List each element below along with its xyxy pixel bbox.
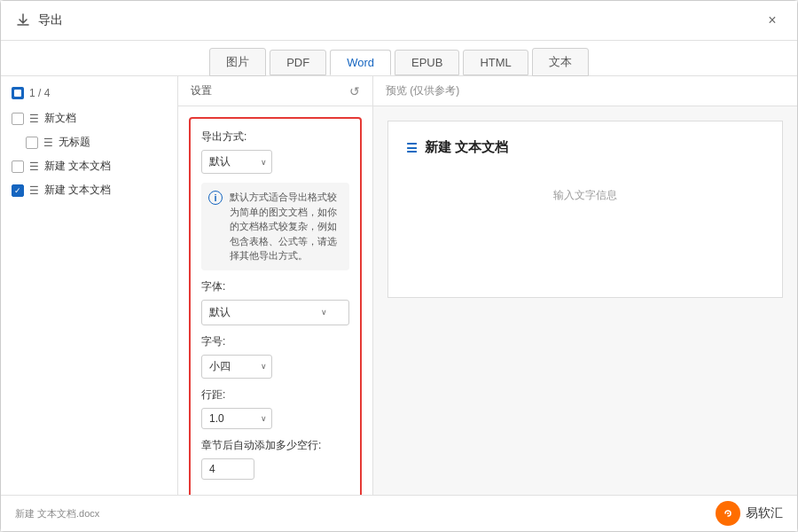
tab-html[interactable]: HTML [463, 50, 528, 75]
doc-icon-2: ☰ [29, 160, 39, 173]
line-spacing-select-wrapper: 1.0 ∨ [201, 408, 272, 429]
export-dialog: 导出 × 图片 PDF Word EPUB HTML 文本 1 / 4 ☰ 新文… [0, 0, 798, 532]
export-mode-arrow: ∨ [261, 158, 267, 167]
count-icon [12, 87, 24, 99]
dialog-title: 导出 [38, 12, 63, 28]
line-spacing-group: 行距: 1.0 ∨ [201, 387, 349, 429]
file-list-panel: 1 / 4 ☰ 新文档 ☰ 无标题 ☰ 新建 文本文档 ☰ 新建 文本文档 [1, 76, 178, 495]
logo-icon [716, 501, 740, 526]
font-group: 字体: 默认 ∨ [201, 279, 349, 325]
font-arrow: ∨ [321, 308, 327, 317]
info-text: 默认方式适合导出格式较为简单的图文文档，如你的文档格式较复杂，例如包含表格、公式… [230, 190, 342, 263]
list-item[interactable]: ☰ 新文档 [1, 106, 177, 130]
list-item[interactable]: ☰ 新建 文本文档 [1, 154, 177, 178]
svg-point-1 [727, 512, 729, 514]
tab-bar: 图片 PDF Word EPUB HTML 文本 [1, 41, 797, 76]
main-content: 1 / 4 ☰ 新文档 ☰ 无标题 ☰ 新建 文本文档 ☰ 新建 文本文档 [1, 76, 797, 495]
doc-icon-1: ☰ [43, 137, 53, 149]
file-name-1: 无标题 [59, 135, 90, 150]
export-mode-group: 导出方式: 默认 ∨ [201, 129, 349, 174]
font-select[interactable]: 默认 ∨ [201, 300, 349, 325]
settings-label: 设置 [191, 83, 212, 98]
line-spacing-select[interactable]: 1.0 ∨ [201, 408, 272, 429]
font-size-select-wrapper: 小四 ∨ [201, 355, 272, 379]
preview-doc-title: ☰ 新建 文本文档 [406, 139, 764, 156]
line-spacing-label: 行距: [201, 387, 349, 403]
preview-header: 预览 (仅供参考) [373, 76, 797, 106]
file-checkbox-0[interactable] [12, 113, 24, 125]
footer-logo: 易软汇 [716, 501, 783, 526]
doc-icon-3: ☰ [29, 184, 39, 197]
count-label: 1 / 4 [29, 87, 50, 99]
file-name-0: 新文档 [44, 111, 76, 126]
doc-icon-0: ☰ [29, 113, 39, 125]
preview-panel: 预览 (仅供参考) ☰ 新建 文本文档 输入文字信息 [373, 76, 797, 495]
tab-pdf[interactable]: PDF [270, 50, 326, 75]
list-item[interactable]: ☰ 新建 文本文档 [1, 178, 177, 202]
export-mode-select-wrapper: 默认 ∨ [201, 150, 272, 174]
line-spacing-value: 1.0 [209, 412, 224, 425]
settings-header: 设置 ↺ [178, 76, 372, 106]
tab-text[interactable]: 文本 [532, 48, 589, 76]
preview-doc-title-text: 新建 文本文档 [425, 139, 508, 156]
settings-body: 导出方式: 默认 ∨ i 默认方式适合导出格式较为简单的图文文档，如你的文档格式… [178, 106, 372, 495]
logo-text: 易软汇 [746, 505, 783, 521]
font-size-arrow: ∨ [261, 362, 267, 371]
file-checkbox-2[interactable] [12, 160, 24, 173]
export-mode-select[interactable]: 默认 ∨ [201, 150, 272, 174]
font-size-group: 字号: 小四 ∨ [201, 334, 349, 379]
preview-doc-icon: ☰ [406, 141, 418, 155]
preview-body: ☰ 新建 文本文档 输入文字信息 [373, 106, 797, 495]
file-checkbox-3[interactable] [12, 184, 24, 197]
export-mode-value: 默认 [209, 154, 231, 169]
footer: 新建 文本文档.docx 易软汇 [1, 495, 797, 531]
reset-button[interactable]: ↺ [349, 84, 360, 98]
preview-label: 预览 (仅供参考) [386, 84, 459, 97]
file-count: 1 / 4 [1, 83, 177, 106]
file-name-2: 新建 文本文档 [44, 159, 111, 174]
settings-section: 导出方式: 默认 ∨ i 默认方式适合导出格式较为简单的图文文档，如你的文档格式… [189, 117, 362, 495]
font-value: 默认 [209, 305, 231, 320]
tab-image[interactable]: 图片 [209, 48, 266, 76]
font-size-select[interactable]: 小四 ∨ [201, 355, 272, 379]
blank-lines-group: 章节后自动添加多少空行: [201, 438, 349, 480]
info-icon: i [208, 191, 223, 205]
file-checkbox-1[interactable] [26, 137, 38, 149]
line-spacing-arrow: ∨ [261, 414, 267, 423]
tab-word[interactable]: Word [330, 50, 391, 75]
export-mode-label: 导出方式: [201, 129, 349, 145]
blank-lines-input[interactable] [201, 458, 254, 480]
file-name-3: 新建 文本文档 [44, 183, 111, 198]
footer-filename: 新建 文本文档.docx [15, 507, 99, 520]
title-bar: 导出 × [1, 1, 797, 41]
blank-lines-label: 章节后自动添加多少空行: [201, 438, 349, 453]
font-size-value: 小四 [209, 359, 231, 374]
tab-epub[interactable]: EPUB [395, 50, 459, 75]
list-item[interactable]: ☰ 无标题 [1, 130, 177, 154]
font-size-label: 字号: [201, 334, 349, 349]
preview-document: ☰ 新建 文本文档 输入文字信息 [387, 121, 783, 298]
info-box: i 默认方式适合导出格式较为简单的图文文档，如你的文档格式较复杂，例如包含表格、… [201, 183, 349, 270]
export-icon [15, 12, 31, 28]
settings-panel: 设置 ↺ 导出方式: 默认 ∨ i [178, 76, 373, 495]
preview-doc-content: 输入文字信息 [406, 170, 764, 221]
close-button[interactable]: × [762, 10, 783, 31]
font-label: 字体: [201, 279, 349, 294]
